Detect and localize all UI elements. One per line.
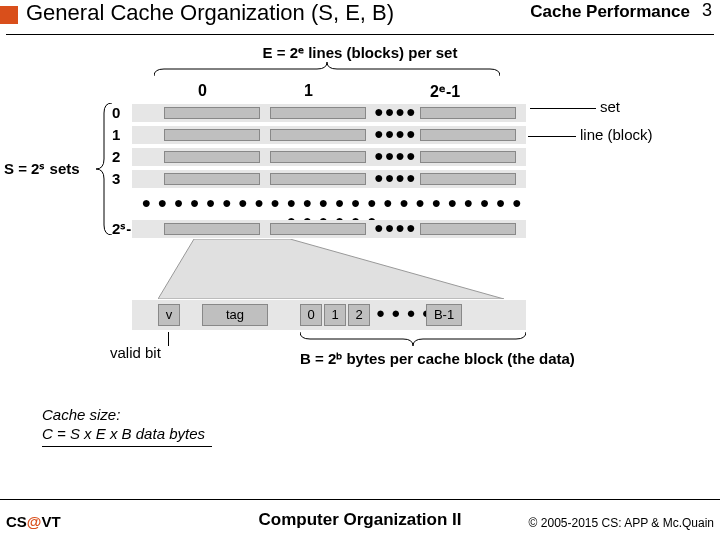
column-header-1: 1 — [304, 82, 313, 100]
valid-bit-label: valid bit — [110, 344, 161, 361]
valid-box: v — [158, 304, 180, 326]
ellipsis-icon: ●●●● — [374, 103, 417, 121]
byte-box: 2 — [348, 304, 370, 326]
tag-box: tag — [202, 304, 268, 326]
s-dimension-label: S = 2ˢ sets — [4, 160, 80, 178]
column-header-last: 2ᵉ-1 — [430, 82, 460, 101]
line-box — [164, 129, 260, 141]
line-box — [164, 173, 260, 185]
set-row-label: 0 — [112, 104, 120, 121]
line-box — [420, 107, 516, 119]
footer-right: © 2005-2015 CS: APP & Mc.Quain — [529, 516, 714, 530]
slide-title: General Cache Organization (S, E, B) — [26, 0, 394, 26]
set-row-label: 2 — [112, 148, 120, 165]
e-dimension-label: E = 2ᵉ lines (blocks) per set — [0, 44, 720, 62]
set-row: ●●●● — [132, 220, 526, 238]
b-brace-icon — [300, 332, 526, 346]
cache-size-line2: C = S x E x B data bytes — [42, 425, 205, 442]
line-box — [420, 173, 516, 185]
set-row: ●●●● — [132, 126, 526, 144]
byte-box: 0 — [300, 304, 322, 326]
page-number: 3 — [702, 0, 712, 21]
footer-rule — [0, 499, 720, 500]
cache-size-note: Cache size: C = S x E x B data bytes — [42, 406, 205, 444]
set-row-label: 3 — [112, 170, 120, 187]
line-box — [270, 151, 366, 163]
s-brace-icon — [96, 103, 112, 235]
cache-size-underline — [42, 446, 212, 447]
line-box — [270, 107, 366, 119]
set-row: ●●●● — [132, 170, 526, 188]
set-row: ●●●● — [132, 148, 526, 166]
title-bullet — [0, 6, 18, 24]
ellipsis-icon: ●●●● — [374, 147, 417, 165]
e-brace-icon — [154, 62, 500, 76]
annotation-set: set — [600, 98, 620, 115]
zoom-trapezoid-icon — [158, 239, 504, 299]
title-rule — [6, 34, 714, 35]
ellipsis-icon: ●●●● — [374, 169, 417, 187]
byte-box: 1 — [324, 304, 346, 326]
set-row: ●●●● — [132, 104, 526, 122]
set-row-label: 1 — [112, 126, 120, 143]
column-header-0: 0 — [198, 82, 207, 100]
line-box — [270, 129, 366, 141]
line-box — [164, 151, 260, 163]
ellipsis-icon: ●●●● — [374, 125, 417, 143]
b-dimension-label: B = 2ᵇ bytes per cache block (the data) — [300, 350, 575, 368]
ellipsis-icon: ●●●● — [374, 219, 417, 237]
svg-marker-0 — [158, 239, 504, 299]
annotation-line: line (block) — [580, 126, 653, 143]
line-box — [164, 107, 260, 119]
line-box — [420, 151, 516, 163]
line-box — [420, 129, 516, 141]
line-box — [164, 223, 260, 235]
line-box — [270, 223, 366, 235]
valid-pointer-icon — [168, 332, 169, 346]
slide-subtitle: Cache Performance — [530, 2, 690, 22]
line-box — [270, 173, 366, 185]
line-detail: v tag 0 1 2 ● ● ● ● ● B-1 — [132, 300, 526, 330]
byte-box: B-1 — [426, 304, 462, 326]
line-box — [420, 223, 516, 235]
cache-size-line1: Cache size: — [42, 406, 120, 423]
